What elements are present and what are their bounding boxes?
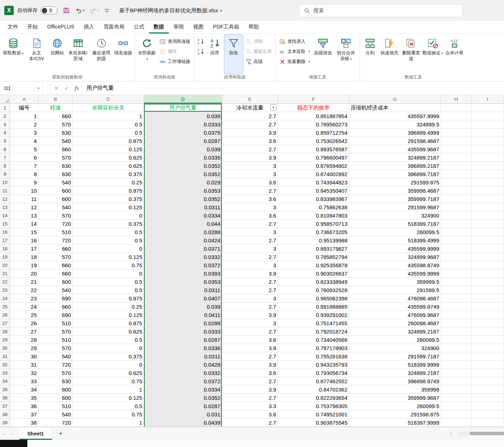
cell-C17[interactable]: 0.5 [73,236,144,245]
row-header-20[interactable]: 20 [0,261,10,269]
cell-H7[interactable] [441,153,472,162]
row-header-38[interactable]: 38 [0,410,10,419]
cell-G23[interactable]: 291599.5 [349,286,441,294]
cell-E30[interactable]: 3.9 [222,344,278,352]
cell-E1[interactable]: 冷却水流量▼ [222,104,278,112]
cell-G33[interactable]: 324899.2187 [349,369,441,377]
cell-F37[interactable]: 0.753798305 [278,402,349,410]
cell-G4[interactable]: 396899.4999 [349,129,441,137]
cell-H34[interactable] [441,377,472,385]
cell-H1[interactable] [441,104,472,112]
cell-H38[interactable] [441,410,472,419]
cell-A38[interactable]: 37 [10,410,39,419]
column-header-C[interactable]: C [73,95,144,104]
cell-F36[interactable]: 0.822293654 [278,394,349,402]
cell-H25[interactable] [441,303,472,311]
cell-B17[interactable]: 720 [39,236,73,245]
cell-I30[interactable] [472,344,504,352]
cell-D28[interactable]: 0.0333 [144,327,222,336]
cell-G13[interactable]: 291599.9687 [349,203,441,211]
formula-input[interactable]: 用户排气量 [82,85,113,91]
cell-D2[interactable]: 0.039 [144,112,222,120]
cell-E24[interactable]: 3 [222,294,278,303]
cell-B37[interactable]: 510 [39,402,73,410]
cell-H35[interactable] [441,385,472,394]
cell-F5[interactable]: 0.753026542 [278,137,349,145]
cell-E31[interactable]: 2.7 [222,352,278,361]
row-header-35[interactable]: 35 [0,385,10,394]
cell-F4[interactable]: 0.859712754 [278,129,349,137]
cell-E23[interactable]: 2.7 [222,286,278,294]
cell-E16[interactable]: 3 [222,228,278,236]
cell-F23[interactable]: 0.760932528 [278,286,349,294]
cell-H26[interactable] [441,311,472,319]
cell-D9[interactable]: 0.0352 [144,170,222,178]
cell-F25[interactable]: 0.891888865 [278,303,349,311]
cell-H5[interactable] [441,137,472,145]
row-header-6[interactable]: 6 [0,145,10,153]
cell-C25[interactable]: 0.25 [73,303,144,311]
cell-F13[interactable]: 0.75862638 [278,203,349,211]
menu-tab-6[interactable]: 数据 [149,21,169,33]
cell-I34[interactable] [472,377,504,385]
cell-I13[interactable] [472,203,504,211]
cell-D35[interactable]: 0.0334 [144,385,222,394]
cell-A23[interactable]: 22 [10,286,39,294]
cell-H18[interactable] [441,245,472,253]
cell-B27[interactable]: 510 [39,319,73,327]
row-header-9[interactable]: 9 [0,170,10,178]
cell-C9[interactable]: 0.375 [73,170,144,178]
row-header-13[interactable]: 13 [0,203,10,211]
row-header-33[interactable]: 33 [0,369,10,377]
row-header-14[interactable]: 14 [0,211,10,220]
select-all-button[interactable] [0,95,10,104]
cell-E26[interactable]: 3.9 [222,311,278,319]
cell-D17[interactable]: 0.0424 [144,236,222,245]
cell-A13[interactable]: 12 [10,203,39,211]
properties-button[interactable]: 属性 [158,47,192,56]
cell-I22[interactable] [472,278,504,286]
cell-F28[interactable]: 0.792018724 [278,327,349,336]
consolidate-button[interactable]: 合并计算 [444,35,465,74]
cell-B16[interactable]: 510 [39,228,73,236]
cell-G14[interactable]: 324900 [349,211,441,220]
cell-C37[interactable]: 0.5 [73,402,144,410]
row-header-39[interactable]: 39 [0,419,10,427]
cell-H6[interactable] [441,145,472,153]
cell-B14[interactable]: 570 [39,211,73,220]
cell-C34[interactable]: 0.75 [73,377,144,385]
from-web-button[interactable]: 自网站 [49,35,66,74]
flash-fill-button[interactable]: 快速填充 [379,35,400,74]
cell-C11[interactable]: 0.875 [73,187,144,195]
cell-E33[interactable]: 3.6 [222,369,278,377]
cell-B21[interactable]: 660 [39,269,73,278]
cell-E8[interactable]: 3 [222,162,278,170]
cell-F17[interactable]: 0.95139988 [278,236,349,245]
cell-C2[interactable]: 1 [73,112,144,120]
cell-H22[interactable] [441,278,472,286]
queries-connections-button[interactable]: 查询和连接 [158,37,192,46]
undo-button[interactable]: ▾ [75,7,85,14]
cell-H37[interactable] [441,402,472,410]
cell-H13[interactable] [441,203,472,211]
cell-I7[interactable] [472,153,504,162]
cell-D10[interactable]: 0.029 [144,178,222,187]
confirm-entry-icon[interactable]: ✓ [64,85,69,91]
cell-G5[interactable]: 291598.4687 [349,137,441,145]
cell-F16[interactable]: 0.736673205 [278,228,349,236]
cell-I29[interactable] [472,336,504,344]
menu-tab-7[interactable]: 审阅 [169,21,189,33]
cell-H24[interactable] [441,294,472,303]
cell-G28[interactable]: 324899.2187 [349,327,441,336]
cell-H29[interactable] [441,336,472,344]
cell-G12[interactable]: 359999.7187 [349,195,441,203]
cell-I9[interactable] [472,170,504,178]
menu-tab-0[interactable]: 文件 [3,21,23,33]
row-header-32[interactable]: 32 [0,361,10,369]
cell-D27[interactable]: 0.0288 [144,319,222,327]
cell-G36[interactable]: 359999.9687 [349,394,441,402]
cell-F15[interactable]: 0.958570713 [278,220,349,228]
refresh-all-button[interactable]: 全部刷新▾ [137,35,157,74]
cell-B25[interactable]: 660 [39,303,73,311]
cell-I20[interactable] [472,261,504,269]
